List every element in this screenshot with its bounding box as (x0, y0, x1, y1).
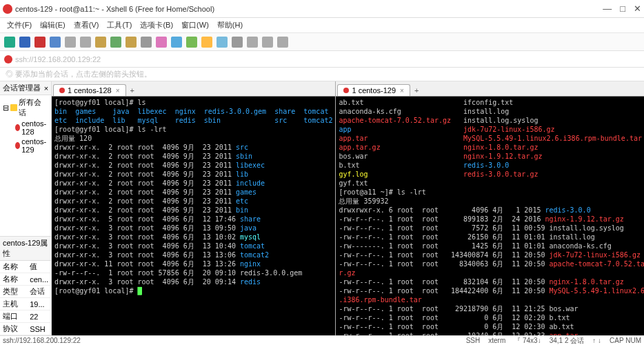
find-icon[interactable] (95, 37, 106, 48)
font-icon[interactable] (171, 37, 182, 48)
menu-edit[interactable]: 编辑(E) (37, 19, 68, 32)
tree-item-label: centos-128 (21, 119, 48, 136)
folder-icon[interactable] (125, 37, 137, 48)
status-arrows: ↑ ↓ (592, 337, 601, 344)
session-icon (15, 124, 20, 131)
collapse-icon[interactable]: ⊟ (3, 103, 9, 112)
status-term: xterm (488, 337, 505, 344)
tab-centos-128[interactable]: 1 centos-128 × (53, 84, 125, 96)
tree-root-label: 所有会话 (19, 97, 48, 118)
tab-close-icon[interactable]: × (116, 87, 120, 95)
script-icon[interactable] (186, 37, 197, 48)
sidebar-title-text: 会话管理器 (3, 83, 41, 93)
status-pos: 34,1 2 会话 (550, 336, 585, 346)
address-text: ssh://192.168.200.129:22 (15, 55, 101, 63)
props-icon[interactable] (110, 37, 121, 48)
window-buttons: — □ ✕ (603, 3, 641, 14)
hint-text: ◎ 要添加当前会话，点击左侧的箭头按钮。 (6, 69, 152, 79)
menu-help[interactable]: 帮助(H) (214, 19, 245, 32)
tab-centos-129[interactable]: 1 centos-129 × (337, 84, 410, 96)
sidebar-close-icon[interactable]: × (44, 84, 48, 92)
tree-item-centos-128[interactable]: centos-128 (0, 119, 51, 137)
main-area: 会话管理器 × ⊟ 所有会话 centos-128 centos-129 cen… (0, 81, 644, 335)
tab-icon (59, 88, 65, 93)
cascade-icon[interactable] (262, 37, 273, 48)
color-icon[interactable] (156, 37, 167, 48)
tile-icon[interactable] (247, 37, 258, 48)
disconnect-icon[interactable] (34, 37, 46, 48)
session-icon (4, 55, 12, 63)
sidebar: 会话管理器 × ⊟ 所有会话 centos-128 centos-129 cen… (0, 81, 52, 335)
session-tree[interactable]: ⊟ 所有会话 centos-128 centos-129 (0, 95, 51, 236)
terminal-right-col: 1 centos-129 × + ab.txt ifconfig.txt ana… (336, 81, 644, 335)
log-icon[interactable] (232, 37, 243, 48)
toolbar (0, 33, 644, 51)
menu-window[interactable]: 窗口(W) (179, 19, 212, 32)
tab-add-button[interactable]: + (410, 85, 423, 96)
props-row: 主机19... (0, 298, 51, 310)
tab-label: 1 centos-128 (68, 86, 112, 95)
paste-icon[interactable] (80, 37, 91, 48)
tab-label: 1 centos-129 (352, 86, 396, 95)
copy-icon[interactable] (65, 37, 76, 48)
menu-view[interactable]: 查看(V) (71, 19, 102, 32)
window-title: centos-129 - root@a11:~ - Xshell 6 (Free… (15, 5, 603, 13)
tree-root[interactable]: ⊟ 所有会话 (0, 97, 51, 119)
close-button[interactable]: ✕ (634, 3, 641, 14)
lock-icon[interactable] (141, 37, 152, 48)
props-title: centos-129属性 (0, 237, 51, 261)
properties-panel: centos-129属性 名称值 名称cen... 类型会话 主机19... 端… (0, 236, 51, 335)
menu-file[interactable]: 文件(F) (4, 19, 34, 32)
status-address: ssh://192.168.200.129:22 (3, 337, 81, 344)
menu-tab[interactable]: 选项卡(B) (137, 19, 176, 32)
status-proto: SSH (466, 337, 481, 344)
new-icon[interactable] (4, 37, 15, 48)
statusbar: ssh://192.168.200.129:22 SSH xterm 『 74x… (0, 335, 644, 345)
fullscreen-icon[interactable] (277, 37, 288, 48)
tab-icon (343, 88, 349, 93)
props-row: 端口22 (0, 310, 51, 323)
terminals: 1 centos-128 × + [root@gyf01 local]# ls … (52, 81, 644, 335)
props-head-name: 名称 (0, 261, 27, 273)
terminal-left[interactable]: [root@gyf01 local]# ls bin games java li… (52, 97, 335, 335)
props-table: 名称值 名称cen... 类型会话 主机19... 端口22 协议SSH (0, 261, 51, 335)
minimize-button[interactable]: — (603, 3, 612, 14)
menu-tools[interactable]: 工具(T) (104, 19, 134, 32)
open-icon[interactable] (19, 37, 30, 48)
titlebar: centos-129 - root@a11:~ - Xshell 6 (Free… (0, 0, 644, 18)
folder-icon (10, 104, 17, 111)
reconnect-icon[interactable] (50, 37, 61, 48)
session-icon (15, 142, 20, 149)
terminal-right[interactable]: ab.txt ifconfig.txt anaconda-ks.cfg inst… (336, 97, 644, 335)
addressbar[interactable]: ssh://192.168.200.129:22 (0, 51, 644, 68)
tab-close-icon[interactable]: × (400, 87, 404, 95)
transfer-icon[interactable] (201, 37, 212, 48)
status-caps: CAP NUM (610, 337, 641, 344)
props-row: 协议SSH (0, 323, 51, 335)
tabs-left: 1 centos-128 × + (52, 81, 335, 97)
status-size: 『 74x3↓ (514, 336, 541, 346)
app-icon (3, 4, 12, 14)
hint-bar: ◎ 要添加当前会话，点击左侧的箭头按钮。 (0, 68, 644, 81)
tab-add-button[interactable]: + (126, 85, 139, 96)
tree-item-centos-129[interactable]: centos-129 (0, 137, 51, 155)
props-row: 名称cen... (0, 273, 51, 286)
terminal-left-col: 1 centos-128 × + [root@gyf01 local]# ls … (52, 81, 336, 335)
tunnel-icon[interactable] (217, 37, 228, 48)
sidebar-title: 会话管理器 × (0, 81, 51, 95)
props-head-value: 值 (27, 261, 51, 273)
props-row: 类型会话 (0, 286, 51, 298)
maximize-button[interactable]: □ (620, 3, 625, 14)
menubar: 文件(F) 编辑(E) 查看(V) 工具(T) 选项卡(B) 窗口(W) 帮助(… (0, 18, 644, 33)
tabs-right: 1 centos-129 × + (336, 81, 644, 97)
tree-item-label: centos-129 (21, 137, 48, 154)
